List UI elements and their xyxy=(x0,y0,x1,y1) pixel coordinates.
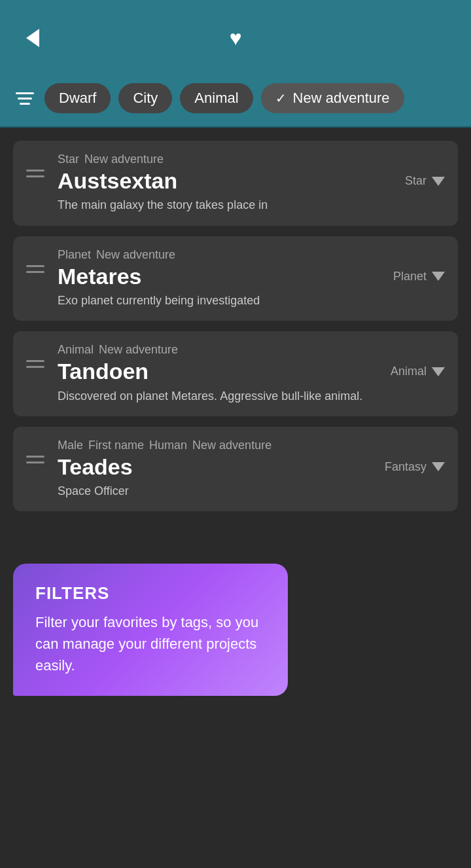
chip-dwarf[interactable]: Dwarf xyxy=(44,83,111,113)
card-title-austsextan: Austsextan xyxy=(58,169,177,193)
back-arrow-icon xyxy=(26,29,39,47)
filter-icon-button[interactable] xyxy=(13,86,37,110)
tag-first-name: First name xyxy=(88,439,144,452)
tag-new-adventure-4: New adventure xyxy=(192,439,271,452)
card-austsextan[interactable]: Star New adventure Austsextan Star The m… xyxy=(13,141,458,226)
card-title-row-tandoen: Tandoen Animal xyxy=(58,359,445,384)
card-body-tandoen: Animal New adventure Tandoen Animal Disc… xyxy=(58,343,445,405)
card-tags-metares: Planet New adventure xyxy=(58,248,445,262)
chip-city[interactable]: City xyxy=(118,83,172,113)
filters-tooltip-title: FILTERS xyxy=(35,583,266,604)
drag-handle-metares[interactable] xyxy=(13,260,58,278)
card-teades[interactable]: Male First name Human New adventure Tead… xyxy=(13,427,458,512)
card-title-teades: Teades xyxy=(58,455,133,479)
drag-handle-austsextan[interactable] xyxy=(13,164,58,183)
card-type-tandoen: Animal xyxy=(391,365,445,378)
card-title-row-teades: Teades Fantasy xyxy=(58,455,445,479)
filters-tooltip-description: Filter your favorites by tags, so you ca… xyxy=(35,611,266,676)
filter-bar: Dwarf City Animal ✓ New adventure xyxy=(0,75,471,128)
card-title-metares: Metares xyxy=(58,264,142,289)
chip-animal[interactable]: Animal xyxy=(180,83,253,113)
card-tandoen[interactable]: Animal New adventure Tandoen Animal Disc… xyxy=(13,331,458,416)
tag-human: Human xyxy=(149,439,187,452)
card-type-label-austsextan: Star xyxy=(405,174,427,188)
tag-male: Male xyxy=(58,439,83,452)
chevron-down-icon-tandoen xyxy=(432,367,445,376)
card-type-austsextan: Star xyxy=(405,174,445,188)
tag-new-adventure-2: New adventure xyxy=(96,248,175,262)
tag-new-adventure-3: New adventure xyxy=(99,343,178,357)
card-body-austsextan: Star New adventure Austsextan Star The m… xyxy=(58,153,445,214)
tag-animal: Animal xyxy=(58,343,94,357)
content-area: Star New adventure Austsextan Star The m… xyxy=(0,128,471,524)
header: ♥ xyxy=(0,0,471,75)
card-type-label-metares: Planet xyxy=(393,270,427,283)
card-tags-tandoen: Animal New adventure xyxy=(58,343,445,357)
card-body-teades: Male First name Human New adventure Tead… xyxy=(58,439,445,500)
heart-icon: ♥ xyxy=(230,27,242,48)
drag-handle-tandoen[interactable] xyxy=(13,355,58,373)
card-type-label-tandoen: Animal xyxy=(391,365,427,378)
card-type-teades: Fantasy xyxy=(385,460,445,474)
card-type-metares: Planet xyxy=(393,270,445,283)
tag-planet: Planet xyxy=(58,248,91,262)
card-desc-tandoen: Discovered on planet Metares. Aggressive… xyxy=(58,388,445,405)
card-tags-austsextan: Star New adventure xyxy=(58,153,445,166)
chevron-down-icon-austsextan xyxy=(432,177,445,186)
card-desc-austsextan: The main galaxy the story takes place in xyxy=(58,197,445,213)
card-tags-teades: Male First name Human New adventure xyxy=(58,439,445,452)
card-body-metares: Planet New adventure Metares Planet Exo … xyxy=(58,248,445,310)
card-title-tandoen: Tandoen xyxy=(58,359,148,384)
back-button[interactable] xyxy=(20,25,46,51)
drag-handle-teades[interactable] xyxy=(13,450,58,469)
card-title-row-austsextan: Austsextan Star xyxy=(58,169,445,193)
card-desc-teades: Space Officer xyxy=(58,483,445,499)
card-desc-metares: Exo planet currently being investigated xyxy=(58,293,445,309)
card-title-row-metares: Metares Planet xyxy=(58,264,445,289)
filters-tooltip: FILTERS Filter your favorites by tags, s… xyxy=(13,564,288,696)
tag-star: Star xyxy=(58,153,79,166)
bottom-area: FILTERS Filter your favorites by tags, s… xyxy=(0,564,471,722)
favorites-button[interactable]: ♥ xyxy=(222,25,249,51)
filter-lines-icon xyxy=(16,92,34,105)
tag-new-adventure-1: New adventure xyxy=(84,153,164,166)
chevron-down-icon-metares xyxy=(432,272,445,281)
chip-new-adventure[interactable]: ✓ New adventure xyxy=(261,83,404,113)
card-metares[interactable]: Planet New adventure Metares Planet Exo … xyxy=(13,236,458,321)
chevron-down-icon-teades xyxy=(432,462,445,471)
check-icon: ✓ xyxy=(275,90,287,106)
card-type-label-teades: Fantasy xyxy=(385,460,427,474)
